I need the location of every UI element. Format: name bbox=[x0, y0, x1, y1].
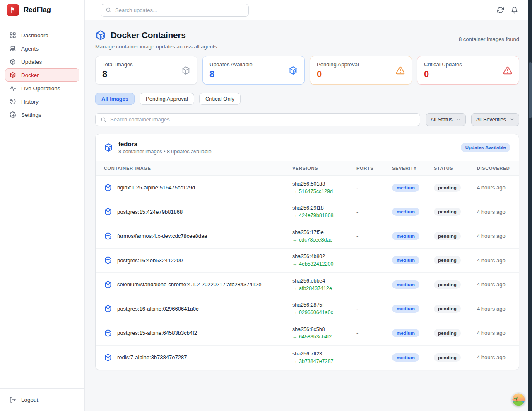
filter-tab[interactable]: Critical Only bbox=[199, 93, 241, 105]
table-row[interactable]: postgres:15-alpine:64583b3cb4f2 sha256:8… bbox=[96, 321, 519, 346]
logout-label: Logout bbox=[21, 397, 38, 403]
image-name: postgres:16-alpine:029660641a0c bbox=[117, 306, 199, 312]
version-sha: sha256:8c5b8 bbox=[292, 326, 356, 332]
image-search[interactable] bbox=[95, 113, 420, 126]
ports-value: - bbox=[356, 306, 392, 312]
table-row[interactable]: postgres:15:424e79b81868 sha256:29f18 → … bbox=[96, 200, 519, 225]
discovered-value: 4 hours ago bbox=[477, 209, 510, 215]
stat-card: Updates Available 8 bbox=[202, 56, 305, 85]
sidebar-item-icon bbox=[10, 85, 16, 92]
image-name: farmos/farmos:4.x-dev:cdc78cee8dae bbox=[117, 233, 207, 239]
version-target: → 029660641a0c bbox=[292, 309, 356, 315]
version-target: → 516475cc129d bbox=[292, 189, 356, 194]
ports-value: - bbox=[356, 330, 392, 336]
status-filter-select[interactable]: All Status bbox=[426, 113, 466, 126]
sidebar-footer: Logout bbox=[0, 388, 84, 411]
stat-label: Critical Updates bbox=[424, 61, 462, 68]
version-sha: sha256:4b802 bbox=[292, 254, 356, 259]
sidebar-item[interactable]: Dashboard bbox=[5, 29, 79, 42]
sidebar-item[interactable]: Updates bbox=[5, 55, 79, 68]
docker-icon bbox=[104, 280, 112, 289]
refresh-icon bbox=[497, 7, 504, 14]
status-badge: pending bbox=[434, 305, 461, 313]
scrollbar-thumb[interactable] bbox=[529, 62, 532, 118]
severity-filter-value: All Severities bbox=[476, 117, 506, 123]
topbar-actions bbox=[497, 7, 518, 14]
global-search-input[interactable] bbox=[115, 7, 244, 13]
status-badge: pending bbox=[434, 208, 461, 216]
image-name: selenium/standalone-chrome:4.1.2-2022021… bbox=[117, 281, 261, 288]
ports-value: - bbox=[356, 184, 392, 191]
images-table: fedora 8 container images • 8 updates av… bbox=[95, 134, 519, 370]
logout-button[interactable]: Logout bbox=[5, 393, 79, 406]
table-row[interactable]: postgres:16:4eb532412200 sha256:4b802 → … bbox=[96, 249, 519, 273]
sidebar-item[interactable]: Live Operations bbox=[5, 82, 79, 95]
severity-badge: medium bbox=[392, 329, 419, 337]
island-widget-button[interactable] bbox=[512, 393, 525, 406]
sidebar-item[interactable]: Agents bbox=[5, 42, 79, 55]
stat-label: Pending Approval bbox=[317, 61, 359, 68]
status-badge: pending bbox=[434, 256, 461, 264]
topbar bbox=[85, 0, 528, 20]
version-target: → 4eb532412200 bbox=[292, 261, 356, 267]
docker-icon bbox=[104, 329, 112, 337]
sidebar-item[interactable]: Docker bbox=[5, 68, 79, 82]
sidebar-item-label: Dashboard bbox=[21, 32, 48, 39]
stat-value: 8 bbox=[102, 69, 133, 80]
refresh-button[interactable] bbox=[497, 7, 504, 14]
table-body: nginx:1.25-alpine:516475cc129d sha256:50… bbox=[96, 176, 519, 370]
sidebar-item-label: Agents bbox=[21, 46, 39, 52]
version-target: → afb28437412e bbox=[292, 285, 356, 291]
brand: RedFlag bbox=[0, 0, 84, 20]
filter-tab[interactable]: Pending Approval bbox=[140, 93, 194, 105]
stat-card: Critical Updates 0 bbox=[417, 56, 519, 85]
sidebar-item-icon bbox=[10, 58, 16, 65]
stat-card: Pending Approval 0 bbox=[310, 56, 412, 85]
image-search-input[interactable] bbox=[110, 116, 415, 123]
docker-icon bbox=[95, 30, 106, 41]
sidebar-item-label: Settings bbox=[21, 112, 41, 118]
sidebar-item-icon bbox=[10, 111, 16, 118]
notifications-button[interactable] bbox=[511, 7, 518, 14]
version-sha: sha256:ebbe4 bbox=[292, 278, 356, 284]
docker-icon bbox=[104, 232, 112, 240]
stat-label: Total Images bbox=[102, 61, 133, 68]
severity-badge: medium bbox=[392, 208, 419, 216]
stat-label: Updates Available bbox=[209, 61, 253, 68]
bell-icon bbox=[511, 7, 518, 14]
global-search[interactable] bbox=[101, 4, 249, 17]
severity-badge: medium bbox=[392, 184, 419, 192]
stats-row: Total Images 8 Updates Available 8 P bbox=[95, 56, 519, 85]
ports-value: - bbox=[356, 281, 392, 288]
sidebar-item-label: Updates bbox=[21, 59, 42, 65]
discovered-value: 4 hours ago bbox=[477, 306, 510, 312]
ports-value: - bbox=[356, 209, 392, 215]
status-badge: pending bbox=[434, 232, 461, 240]
image-name: postgres:15-alpine:64583b3cb4f2 bbox=[117, 330, 197, 336]
sidebar-item-label: Docker bbox=[21, 72, 39, 78]
group-header: fedora 8 container images • 8 updates av… bbox=[96, 134, 519, 161]
sidebar-item[interactable]: Settings bbox=[5, 108, 79, 121]
column-header: Severity bbox=[392, 166, 434, 171]
table-row[interactable]: redis:7-alpine:3b73847e7287 sha256:7ff23… bbox=[96, 346, 519, 370]
table-row[interactable]: farmos/farmos:4.x-dev:cdc78cee8dae sha25… bbox=[96, 224, 519, 249]
docker-icon bbox=[104, 353, 112, 362]
docker-icon bbox=[104, 256, 112, 264]
table-row[interactable]: postgres:16-alpine:029660641a0c sha256:2… bbox=[96, 297, 519, 322]
sidebar-nav: Dashboard Agents Updates Docker Live Ope… bbox=[0, 20, 84, 388]
version-target: → 3b73847e7287 bbox=[292, 358, 356, 364]
table-row[interactable]: nginx:1.25-alpine:516475cc129d sha256:50… bbox=[96, 176, 519, 200]
severity-filter-select[interactable]: All Severities bbox=[471, 113, 519, 126]
sidebar-item-icon bbox=[10, 32, 16, 39]
ports-value: - bbox=[356, 354, 392, 360]
result-count: 8 container images found bbox=[459, 36, 519, 42]
sidebar-item[interactable]: History bbox=[5, 95, 79, 108]
status-badge: pending bbox=[434, 353, 461, 362]
search-icon bbox=[106, 7, 111, 13]
main-content: Docker Containers Manage container image… bbox=[85, 20, 528, 411]
version-target: → 424e79b81868 bbox=[292, 213, 356, 218]
scrollbar[interactable] bbox=[528, 0, 532, 411]
stat-value: 0 bbox=[424, 69, 462, 80]
filter-tab[interactable]: All Images bbox=[95, 93, 135, 105]
table-row[interactable]: selenium/standalone-chrome:4.1.2-2022021… bbox=[96, 273, 519, 297]
